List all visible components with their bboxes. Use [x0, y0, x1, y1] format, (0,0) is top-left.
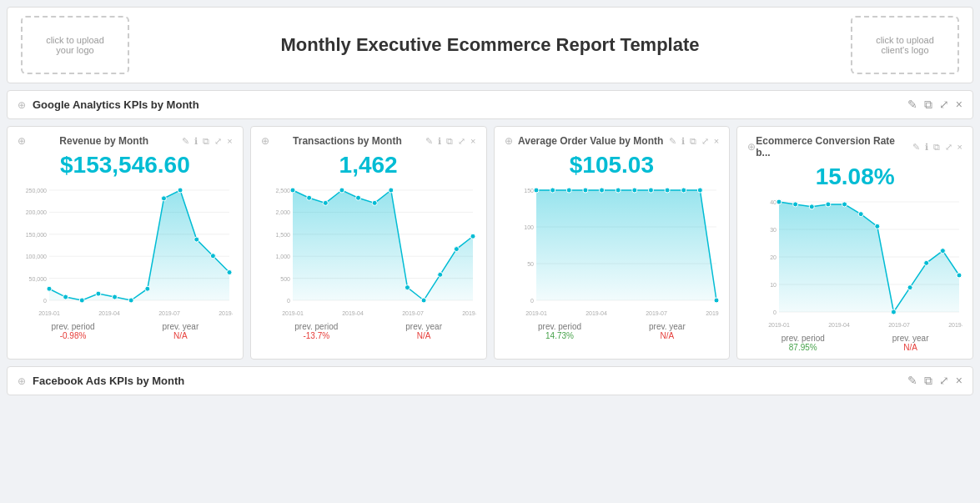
svg-point-45	[306, 195, 311, 200]
prev-period-label: prev. period	[294, 322, 338, 331]
close-card-icon[interactable]: ×	[957, 142, 962, 153]
edit-fb-icon[interactable]: ✎	[907, 374, 917, 388]
svg-point-46	[323, 200, 328, 205]
svg-point-103	[924, 260, 929, 265]
upload-client-logo[interactable]: click to upload client's logo	[851, 16, 959, 74]
card-title: Revenue by Month	[59, 135, 148, 147]
card-value: $105.03	[505, 152, 720, 179]
edit-card-icon[interactable]: ✎	[425, 136, 433, 147]
svg-text:2019-04: 2019-04	[828, 322, 850, 328]
report-title: Monthly Executive Ecommerce Report Templ…	[143, 34, 837, 56]
svg-point-72	[599, 188, 604, 193]
svg-text:250,000: 250,000	[26, 188, 47, 194]
svg-text:0: 0	[773, 309, 776, 315]
footer-stats: prev. period 87.95% prev. year N/A	[747, 334, 962, 352]
prev-year-label: prev. year	[405, 322, 442, 331]
svg-text:2019-10: 2019-10	[706, 310, 720, 316]
svg-text:150: 150	[524, 188, 534, 194]
copy-card-icon[interactable]: ⧉	[203, 136, 209, 147]
expand-card-icon[interactable]: ⤢	[701, 136, 709, 147]
footer-stats: prev. period 14.73% prev. year N/A	[505, 322, 720, 340]
chart-area: 40 30 20 10 0 2019-012019-042019-072019-…	[747, 195, 962, 329]
card-drag-icon[interactable]: ⊕	[505, 135, 513, 147]
card-controls: ✎ ℹ ⧉ ⤢ ×	[669, 136, 719, 147]
svg-text:2019-07: 2019-07	[888, 322, 910, 328]
svg-text:40: 40	[770, 199, 776, 205]
svg-text:50: 50	[527, 261, 534, 267]
svg-point-44	[290, 188, 295, 193]
prev-period-value: 14.73%	[538, 331, 581, 340]
info-card-icon[interactable]: ℹ	[438, 136, 441, 147]
expand-fb-icon[interactable]: ⤢	[939, 374, 949, 388]
svg-point-74	[631, 188, 636, 193]
edit-card-icon[interactable]: ✎	[182, 136, 189, 147]
card-value: $153,546.60	[18, 152, 233, 179]
svg-text:2019-01: 2019-01	[768, 322, 790, 328]
close-card-icon[interactable]: ×	[714, 136, 719, 147]
svg-text:2019-01: 2019-01	[282, 310, 304, 316]
drag-icon-fb[interactable]: ⊕	[18, 375, 26, 387]
svg-text:2,500: 2,500	[275, 188, 290, 194]
copy-fb-icon[interactable]: ⧉	[924, 374, 932, 388]
drag-icon[interactable]: ⊕	[18, 99, 26, 111]
expand-card-icon[interactable]: ⤢	[458, 136, 465, 147]
svg-text:0: 0	[530, 298, 534, 304]
svg-point-19	[96, 291, 101, 296]
card-drag-icon[interactable]: ⊕	[261, 135, 269, 147]
svg-text:2019-07: 2019-07	[402, 310, 424, 316]
svg-text:2019-07: 2019-07	[646, 310, 667, 316]
edit-card-icon[interactable]: ✎	[912, 142, 920, 153]
card-drag-icon[interactable]: ⊕	[18, 135, 26, 147]
svg-point-75	[648, 188, 653, 193]
card-controls: ✎ ℹ ⧉ ⤢ ×	[425, 136, 475, 147]
section-bar-controls: ✎ ⧉ ⤢ ×	[907, 98, 962, 112]
close-section-icon[interactable]: ×	[956, 98, 962, 112]
expand-card-icon[interactable]: ⤢	[214, 136, 222, 147]
svg-text:10: 10	[770, 282, 776, 288]
prev-year-label: prev. year	[892, 334, 929, 343]
info-card-icon[interactable]: ℹ	[925, 142, 928, 153]
upload-your-logo[interactable]: click to upload your logo	[21, 16, 129, 74]
expand-card-icon[interactable]: ⤢	[945, 142, 952, 153]
svg-text:1,500: 1,500	[275, 232, 290, 238]
svg-point-94	[776, 199, 781, 204]
svg-point-50	[389, 188, 394, 193]
svg-point-69	[550, 188, 555, 193]
svg-text:150,000: 150,000	[26, 232, 47, 238]
info-card-icon[interactable]: ℹ	[681, 136, 685, 147]
prev-period-value: -13.7%	[294, 331, 338, 340]
prev-year-label: prev. year	[649, 322, 686, 331]
card-header: ⊕ Revenue by Month ✎ ℹ ⧉ ⤢ ×	[18, 135, 233, 147]
copy-card-icon[interactable]: ⧉	[690, 136, 696, 147]
close-card-icon[interactable]: ×	[470, 136, 475, 147]
info-card-icon[interactable]: ℹ	[194, 136, 198, 147]
card-revenue: ⊕ Revenue by Month ✎ ℹ ⧉ ⤢ × $153,546.60…	[7, 126, 244, 360]
svg-point-70	[566, 188, 571, 193]
svg-point-16	[47, 286, 52, 291]
card-header: ⊕ Average Order Value by Month ✎ ℹ ⧉ ⤢ ×	[505, 135, 720, 147]
chart-area: 150 100 50 0 2019-012019-042019-072019-1…	[505, 184, 720, 317]
copy-card-icon[interactable]: ⧉	[933, 142, 940, 153]
card-title: Average Order Value by Month	[518, 135, 663, 147]
edit-card-icon[interactable]: ✎	[669, 136, 676, 147]
card-title: Ecommerce Conversion Rate b...	[756, 135, 912, 158]
prev-year-label: prev. year	[163, 322, 199, 331]
prev-year-value: N/A	[649, 331, 686, 340]
expand-section-icon[interactable]: ⤢	[939, 98, 949, 112]
prev-year-value: N/A	[163, 331, 199, 340]
svg-text:2,000: 2,000	[275, 209, 290, 215]
prev-year-stat: prev. year N/A	[405, 322, 442, 340]
card-header: ⊕ Transactions by Month ✎ ℹ ⧉ ⤢ ×	[261, 135, 476, 147]
facebook-title: Facebook Ads KPIs by Month	[33, 375, 907, 387]
svg-text:2019-04: 2019-04	[98, 310, 120, 316]
prev-period-stat: prev. period -13.7%	[294, 322, 338, 340]
copy-section-icon[interactable]: ⧉	[924, 98, 932, 112]
svg-text:20: 20	[770, 254, 776, 260]
close-card-icon[interactable]: ×	[227, 136, 232, 147]
card-conversion: ⊕ Ecommerce Conversion Rate b... ✎ ℹ ⧉ ⤢…	[736, 126, 973, 360]
edit-section-icon[interactable]: ✎	[907, 98, 917, 112]
svg-point-48	[355, 195, 360, 200]
copy-card-icon[interactable]: ⧉	[446, 136, 453, 147]
card-drag-icon[interactable]: ⊕	[747, 141, 756, 153]
close-fb-icon[interactable]: ×	[956, 374, 962, 388]
